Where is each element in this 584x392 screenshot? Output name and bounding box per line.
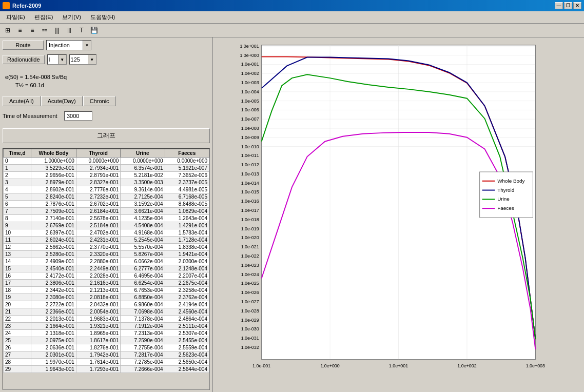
tab-acute-all[interactable]: Acute(All) (3, 96, 41, 106)
measurement-row: Time of Measurement (3, 111, 210, 121)
table-cell: 2.1616e-001 (76, 280, 120, 287)
table-row: 232.1664e-0011.9321e-0017.1912e-0042.511… (4, 323, 209, 330)
tab-acute-day[interactable]: Acute(Day) (41, 96, 83, 106)
table-row: 252.0975e-0011.8617e-0017.2590e-0042.545… (4, 337, 209, 344)
svg-text:1.0e-006: 1.0e-006 (241, 107, 259, 112)
svg-text:Thyroid: Thyroid (497, 187, 514, 193)
table-cell: 7.2590e-004 (121, 337, 165, 344)
route-label: Route (3, 41, 44, 50)
svg-text:Faeces: Faeces (497, 205, 514, 211)
svg-text:1.0e-025: 1.0e-025 (241, 281, 259, 286)
table-cell: 2.7125e-004 (121, 193, 165, 201)
table-cell: 9 (4, 222, 31, 229)
table-cell: 2.3258e-004 (165, 287, 209, 294)
menu-file[interactable]: 파일(E) (2, 12, 29, 22)
table-cell: 3 (4, 179, 31, 186)
table-cell: 2.7140e-001 (31, 215, 76, 222)
svg-text:1.0e-018: 1.0e-018 (241, 217, 259, 222)
toolbar-btn-6[interactable]: ||| (64, 25, 75, 36)
route-input[interactable] (47, 42, 83, 49)
toolbar-btn-2[interactable]: ≡ (14, 25, 26, 36)
svg-text:1.0e-019: 1.0e-019 (241, 226, 259, 231)
toolbar-btn-3[interactable]: ≡ (27, 25, 38, 36)
table-cell: 15 (4, 265, 31, 272)
radionuclide-row: Radionuclide ▼ ▼ (3, 54, 210, 65)
table-cell: 1.8338e-004 (165, 244, 209, 251)
route-dropdown[interactable]: ▼ (46, 40, 91, 50)
isotope-dropdown[interactable]: ▼ (69, 54, 96, 65)
toolbar-btn-5[interactable]: ||| (51, 25, 63, 36)
isotope-input[interactable] (70, 56, 88, 63)
table-cell: 2.4540e-001 (31, 265, 76, 272)
table-cell: 6.4695e-004 (121, 272, 165, 280)
menu-edit[interactable]: 편집(E) (30, 12, 57, 22)
table-cell: 7.2785e-004 (121, 359, 165, 366)
menu-help[interactable]: 도움말(H) (86, 12, 119, 22)
table-cell: 6.6254e-004 (121, 280, 165, 287)
table-cell: 12 (4, 244, 31, 251)
table-cell: 2.6702e-001 (76, 201, 120, 208)
table-row: 22.9656e-0012.8791e-0015.2181e-0027.3652… (4, 172, 209, 179)
dose-formula: e(50) = 1.54e-008 Sv/Bq (5, 74, 207, 80)
table-cell: 7.2666e-004 (121, 366, 165, 373)
table-cell: 6.9860e-004 (121, 301, 165, 308)
minimize-button[interactable]: — (555, 2, 563, 9)
tab-chronic[interactable]: Chronic (83, 96, 116, 106)
svg-text:1.0e-020: 1.0e-020 (241, 235, 259, 240)
table-cell: 2.2722e-001 (31, 301, 76, 308)
table-cell: 7.3652e-006 (165, 172, 209, 179)
element-arrow-icon[interactable]: ▼ (58, 55, 66, 64)
toolbar-btn-7[interactable]: T (76, 25, 87, 36)
table-cell: 4.4981e-005 (165, 186, 209, 193)
table-scroll[interactable]: Time,d Whole Body Thyroid Urine Faeces 0… (3, 149, 209, 389)
table-cell: 2.5280e-001 (31, 251, 76, 258)
graph-button[interactable]: 그래프 (3, 128, 210, 143)
route-arrow-icon[interactable]: ▼ (83, 41, 91, 50)
table-cell: 1.2643e-004 (165, 215, 209, 222)
table-cell: 28 (4, 359, 31, 366)
table-cell: 2.3442e-001 (31, 287, 76, 294)
menu-view[interactable]: 보기(V) (58, 12, 85, 22)
toolbar-btn-save[interactable]: 💾 (88, 25, 100, 36)
table-cell: 1.7942e-001 (76, 351, 120, 359)
toolbar-btn-1[interactable]: ⊞ (2, 25, 13, 36)
table-row: 182.3442e-0012.1213e-0016.7653e-0042.325… (4, 287, 209, 294)
table-cell: 20 (4, 301, 31, 308)
table-cell: 2.3737e-005 (165, 179, 209, 186)
table-row: 212.2366e-0012.0054e-0017.0698e-0042.456… (4, 308, 209, 316)
table-cell: 4.9168e-004 (121, 229, 165, 237)
table-cell: 2.1318e-001 (31, 330, 76, 337)
svg-text:1.0e-013: 1.0e-013 (241, 171, 259, 177)
table-cell: 14 (4, 258, 31, 265)
route-row: Route ▼ (3, 40, 210, 50)
table-cell: 2.5307e-004 (165, 330, 209, 337)
svg-text:1.0e-003: 1.0e-003 (241, 80, 259, 85)
close-button[interactable]: ✕ (573, 2, 581, 9)
table-cell: 11 (4, 237, 31, 244)
title-bar: Refer-2009 — ❐ ✕ (0, 0, 584, 11)
toolbar-btn-4[interactable]: ≡≡ (39, 25, 50, 36)
table-cell: 6.8850e-004 (121, 294, 165, 301)
element-dropdown[interactable]: ▼ (47, 54, 67, 65)
time-of-measurement-input[interactable] (64, 111, 92, 121)
table-cell: 2.5623e-004 (165, 351, 209, 359)
svg-text:1.0e-002: 1.0e-002 (241, 71, 259, 76)
menu-bar: 파일(E) 편집(E) 보기(V) 도움말(H) (0, 11, 584, 24)
table-cell: 1.8276e-001 (76, 344, 120, 351)
table-cell: 8.8488e-005 (165, 201, 209, 208)
isotope-arrow-icon[interactable]: ▼ (88, 55, 96, 64)
table-cell: 1.9321e-001 (76, 323, 120, 330)
data-table: Time,d Whole Body Thyroid Urine Faeces 0… (3, 149, 209, 373)
table-cell: 2.8602e-001 (31, 186, 76, 193)
svg-text:1.0e-004: 1.0e-004 (241, 89, 259, 94)
main-content: Route ▼ Radionuclide ▼ ▼ e(50) = 1.54e-0… (0, 37, 584, 392)
svg-text:1.0e-014: 1.0e-014 (241, 181, 259, 186)
svg-text:1.0e-001: 1.0e-001 (252, 363, 270, 368)
table-cell: 2.5650e-004 (165, 359, 209, 366)
table-cell: 1.9970e-001 (31, 359, 76, 366)
element-input[interactable] (48, 56, 58, 63)
restore-button[interactable]: ❐ (564, 2, 572, 9)
table-row: 42.8602e-0012.7776e-0019.3614e-0044.4981… (4, 186, 209, 193)
svg-text:1.0e-017: 1.0e-017 (241, 208, 259, 213)
table-cell: 2.7934e-001 (76, 165, 120, 172)
